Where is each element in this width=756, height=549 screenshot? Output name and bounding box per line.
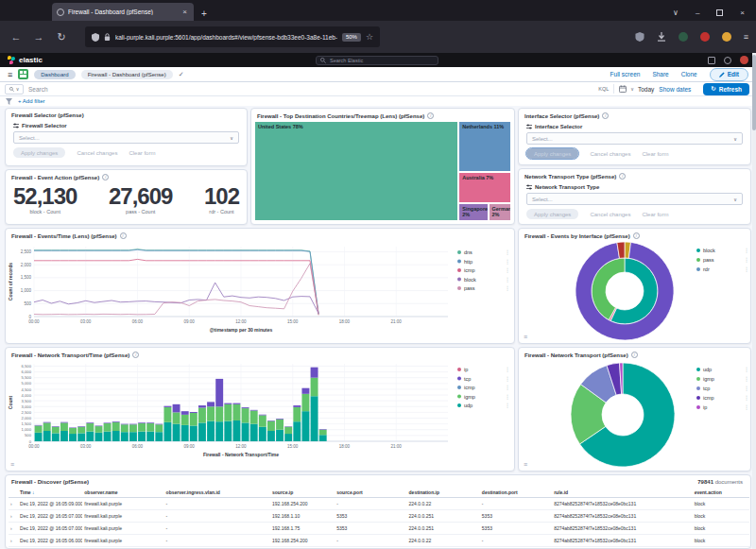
clear-form-button[interactable]: Clear form — [642, 151, 668, 157]
bar-segment-tcp[interactable] — [155, 424, 163, 425]
legend-menu-icon[interactable]: ⋮ — [505, 285, 510, 291]
cancel-changes-button[interactable]: Cancel changes — [77, 150, 117, 156]
info-icon[interactable]: i — [619, 173, 626, 180]
column-header[interactable]: source.ip — [270, 488, 335, 498]
bar-segment-tcp[interactable] — [250, 410, 258, 411]
row-expand-icon[interactable]: › — [10, 538, 12, 543]
bar-segment-tcp[interactable] — [173, 404, 180, 413]
bar-segment-igmp[interactable] — [60, 422, 68, 431]
column-header[interactable]: destination.port — [480, 488, 552, 498]
legend-item[interactable]: icmp⋮ — [457, 385, 510, 390]
bar-segment-udp[interactable] — [146, 432, 154, 441]
bar-segment-udp[interactable] — [35, 433, 43, 441]
info-icon[interactable]: i — [633, 232, 640, 239]
treemap-block[interactable]: Australia 7% — [458, 172, 511, 203]
bar-segment-igmp[interactable] — [232, 404, 240, 420]
legend-menu-icon[interactable]: ⋮ — [744, 404, 749, 410]
events-time-line-chart[interactable]: 05001,0001,5002,0002,50000:0003:0006:000… — [6, 241, 514, 343]
column-header[interactable]: source.port — [335, 488, 406, 498]
bar-segment-tcp[interactable] — [319, 429, 327, 430]
bar-segment-udp[interactable] — [215, 421, 223, 441]
legend-item[interactable]: http⋮ — [457, 259, 510, 265]
bar-segment-igmp[interactable] — [284, 427, 292, 434]
transport-time-bar-chart[interactable]: 05001,0001,5002,0002,5003,0003,5004,0004… — [6, 360, 514, 471]
bar-segment-udp[interactable] — [121, 432, 129, 441]
column-header[interactable]: observer.ingress.vlan.id — [164, 488, 270, 498]
bar-segment-udp[interactable] — [198, 422, 206, 441]
global-search-input[interactable]: Search Elastic — [316, 56, 438, 65]
bar-segment-udp[interactable] — [259, 427, 266, 441]
bar-segment-igmp[interactable] — [301, 394, 309, 411]
bar-segment-igmp[interactable] — [155, 424, 163, 432]
bar-segment-tcp[interactable] — [86, 422, 94, 423]
clone-link[interactable]: Clone — [681, 71, 697, 77]
date-quick-select[interactable]: ∨ Today — [619, 85, 654, 93]
cancel-changes-button[interactable]: Cancel changes — [590, 212, 630, 217]
bar-segment-igmp[interactable] — [250, 411, 258, 424]
bar-segment-igmp[interactable] — [242, 408, 249, 422]
tab-close-icon[interactable]: × — [180, 8, 189, 16]
bar-segment-tcp[interactable] — [311, 368, 318, 378]
extension-green-icon[interactable] — [679, 32, 688, 42]
bar-segment-udp[interactable] — [86, 432, 94, 441]
legend-item[interactable]: igmp⋮ — [696, 376, 749, 382]
legend-item[interactable]: igmp⋮ — [457, 394, 510, 400]
bar-segment-tcp[interactable] — [52, 426, 60, 427]
forward-button[interactable]: → — [30, 31, 47, 43]
nav-menu-icon[interactable]: ≡ — [8, 70, 12, 79]
bar-segment-tcp[interactable] — [112, 421, 120, 422]
bar-segment-udp[interactable] — [190, 425, 198, 441]
legend-item[interactable]: ip⋮ — [457, 367, 510, 372]
legend-menu-icon[interactable]: ⋮ — [744, 386, 749, 391]
extension-red-icon[interactable] — [700, 32, 710, 42]
legend-menu-icon[interactable]: ⋮ — [744, 376, 749, 382]
legend-item[interactable]: udp⋮ — [457, 403, 510, 408]
elastic-logo[interactable]: elastic — [8, 56, 43, 64]
bar-segment-igmp[interactable] — [181, 415, 189, 425]
network-transport-donut-chart[interactable]: udp⋮igmp⋮tcp⋮icmp⋮ip⋮ — [519, 360, 750, 469]
legend-item[interactable]: icmp⋮ — [696, 395, 749, 401]
bar-segment-tcp[interactable] — [242, 407, 249, 408]
user-profile-icon[interactable] — [724, 57, 731, 64]
bar-segment-udp[interactable] — [94, 433, 102, 441]
legend-menu-icon[interactable]: ⋮ — [744, 395, 749, 401]
bar-segment-udp[interactable] — [224, 421, 232, 441]
bar-segment-udp[interactable] — [173, 424, 180, 441]
bar-segment-tcp[interactable] — [301, 388, 309, 394]
treemap-chart[interactable]: United States 78%Netherlands 11%Australi… — [254, 121, 511, 221]
legend-menu-icon[interactable]: ⋮ — [505, 367, 510, 372]
bar-segment-udp[interactable] — [77, 433, 85, 441]
table-row[interactable]: ›Dec 19, 2022 @ 16:05:06.000firewall.kal… — [9, 535, 749, 547]
interface-selector-dropdown[interactable]: Select... ∨ — [526, 132, 743, 145]
add-filter-link[interactable]: + Add filter — [18, 98, 45, 104]
full-screen-link[interactable]: Full screen — [610, 71, 641, 77]
bar-segment-igmp[interactable] — [35, 425, 43, 432]
legend-menu-icon[interactable]: ⋮ — [505, 385, 510, 390]
row-expand-icon[interactable]: › — [10, 525, 12, 531]
bar-segment-udp[interactable] — [52, 433, 60, 441]
bar-segment-tcp[interactable] — [267, 420, 275, 421]
bar-segment-igmp[interactable] — [129, 424, 137, 432]
bar-segment-igmp[interactable] — [215, 406, 223, 421]
bookmark-star-icon[interactable]: ☆ — [366, 32, 373, 42]
legend-item[interactable]: dns⋮ — [457, 249, 510, 255]
reload-button[interactable]: ↻ — [53, 31, 70, 43]
row-expand-icon[interactable]: › — [10, 501, 12, 506]
page-scrollbar[interactable] — [752, 53, 756, 549]
legend-menu-icon[interactable]: ⋮ — [505, 277, 510, 283]
column-header[interactable]: destination.ip — [407, 488, 480, 498]
bar-segment-udp[interactable] — [242, 422, 249, 441]
bar-segment-udp[interactable] — [311, 396, 318, 441]
legend-item[interactable]: udp⋮ — [696, 367, 749, 372]
bar-segment-igmp[interactable] — [207, 406, 215, 420]
bar-segment-igmp[interactable] — [121, 424, 129, 432]
window-maximize-button[interactable] — [716, 9, 723, 16]
url-bar[interactable]: kali-purple.kali.purple:5601/app/dashboa… — [85, 26, 380, 47]
cancel-changes-button[interactable]: Cancel changes — [590, 151, 630, 157]
apps-grid-icon[interactable] — [708, 57, 715, 64]
bar-segment-tcp[interactable] — [35, 425, 43, 426]
legend-menu-icon[interactable]: ⋮ — [505, 249, 510, 255]
bar-segment-igmp[interactable] — [224, 404, 232, 421]
bar-segment-igmp[interactable] — [198, 408, 206, 423]
bar-segment-udp[interactable] — [301, 411, 309, 441]
